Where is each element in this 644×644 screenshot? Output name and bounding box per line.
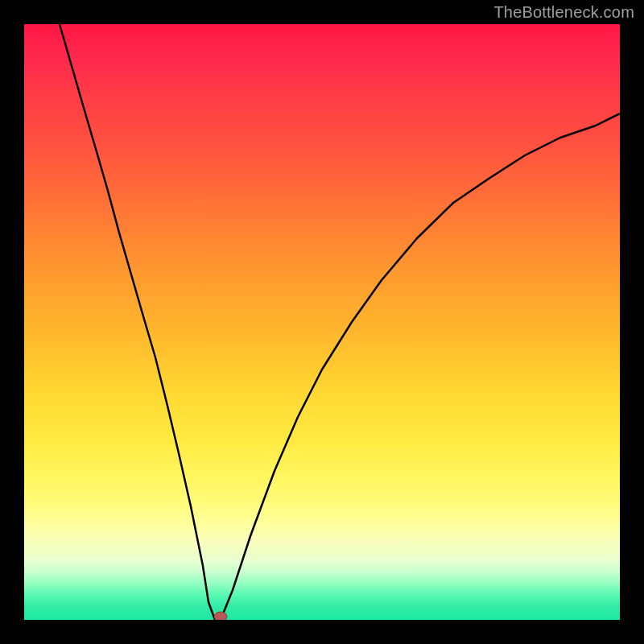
chart-frame: TheBottleneck.com <box>0 0 644 644</box>
curve-left-branch <box>60 24 221 620</box>
optimal-point-marker <box>214 612 227 620</box>
bottleneck-curve <box>24 24 620 620</box>
curve-right-branch <box>221 114 620 620</box>
watermark-text: TheBottleneck.com <box>493 3 634 22</box>
plot-area <box>24 24 620 620</box>
